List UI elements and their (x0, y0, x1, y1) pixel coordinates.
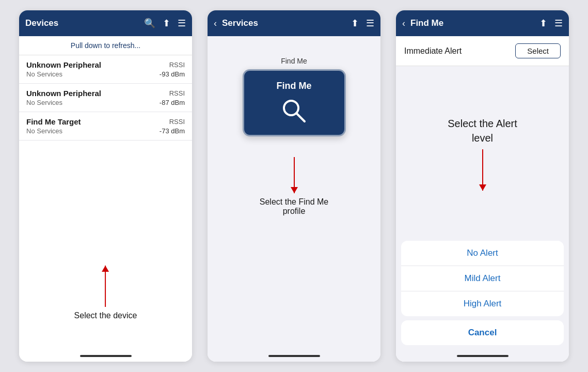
find-me-card-title: Find Me (277, 81, 312, 91)
menu-icon-2[interactable]: ☰ (366, 18, 374, 29)
panel-find-me-alert: ‹ Find Me ⬆ ☰ Immediate Alert Select Sel… (396, 10, 569, 362)
alert-level-area: Select the Alert level (396, 66, 569, 241)
home-indicator-2 (208, 350, 380, 362)
arrow-up-icon (105, 266, 106, 307)
device-item-2[interactable]: Unknown Peripheral RSSI No Services -87 … (19, 84, 192, 112)
devices-nav: Devices 🔍 ⬆ ☰ (19, 10, 192, 36)
device-rssi-value-3: -73 dBm (160, 127, 185, 135)
device-rssi-label-3: RSSI (169, 118, 185, 126)
services-title: Services (222, 18, 344, 28)
find-me-card-container: Find Me Find Me (243, 57, 346, 136)
device-rssi-value-1: -93 dBm (160, 70, 185, 78)
device-services-2: No Services (26, 99, 62, 106)
svg-line-1 (296, 113, 305, 121)
panel2-body: Find Me Find Me Select the Find Me profi… (208, 36, 380, 350)
search-icon[interactable]: 🔍 (144, 18, 155, 29)
find-me-card[interactable]: Find Me (243, 69, 346, 136)
services-nav: ‹ Services ⬆ ☰ (208, 10, 380, 36)
device-rssi-label-2: RSSI (169, 89, 185, 97)
select-button[interactable]: Select (515, 43, 561, 58)
device-item-1[interactable]: Unknown Peripheral RSSI No Services -93 … (19, 55, 192, 84)
alert-level-instruction: Select the Alert level (448, 116, 517, 145)
select-findme-text: Select the Find Me profile (260, 197, 328, 216)
arrow-down-icon-2 (294, 157, 295, 193)
cancel-btn-container: Cancel (401, 320, 564, 345)
device-item-3[interactable]: Find Me Target RSSI No Services -73 dBm (19, 112, 192, 141)
menu-icon-3[interactable]: ☰ (554, 18, 563, 29)
device-name-2: Unknown Peripheral (26, 89, 101, 98)
select-device-text: Select the device (74, 311, 137, 320)
alert-option-mild-alert[interactable]: Mild Alert (401, 266, 564, 291)
home-bar-3 (457, 355, 508, 357)
back-icon-3[interactable]: ‹ (402, 18, 405, 29)
device-name-3: Find Me Target (26, 117, 81, 126)
home-bar-1 (80, 355, 132, 357)
back-icon[interactable]: ‹ (214, 18, 217, 29)
annotation-select-device: Select the device (74, 266, 137, 320)
find-me-nav: ‹ Find Me ⬆ ☰ (396, 10, 569, 36)
find-me-top-label: Find Me (281, 57, 307, 65)
pull-refresh-text: Pull down to refresh... (19, 36, 192, 55)
cancel-button[interactable]: Cancel (401, 320, 564, 345)
device-services-3: No Services (26, 127, 62, 135)
devices-title: Devices (25, 18, 137, 28)
home-bar-2 (268, 355, 320, 357)
alert-arrow-down-icon (482, 149, 483, 191)
annotation-find-me: Select the Find Me profile (260, 157, 328, 216)
device-rssi-label-1: RSSI (169, 61, 185, 69)
home-indicator-1 (19, 350, 192, 362)
panel-devices: Devices 🔍 ⬆ ☰ Pull down to refresh... Un… (19, 10, 192, 362)
share-icon[interactable]: ⬆ (163, 18, 170, 29)
find-me-nav-title: Find Me (410, 18, 532, 28)
alert-option-high-alert[interactable]: High Alert (401, 291, 564, 316)
device-name-1: Unknown Peripheral (26, 60, 101, 69)
home-indicator-3 (396, 350, 569, 362)
immediate-alert-label: Immediate Alert (404, 47, 462, 56)
share-icon-3[interactable]: ⬆ (539, 18, 547, 29)
alert-option-no-alert[interactable]: No Alert (401, 241, 564, 266)
panel-services: ‹ Services ⬆ ☰ Find Me Find Me Select th… (208, 10, 380, 362)
panel3-body: Select the Alert level No Alert Mild Ale… (396, 66, 569, 350)
immediate-alert-row: Immediate Alert Select (396, 36, 569, 66)
alert-options-list: No Alert Mild Alert High Alert (401, 241, 564, 316)
magnifier-icon (280, 97, 308, 125)
menu-icon[interactable]: ☰ (178, 18, 186, 29)
share-icon-2[interactable]: ⬆ (351, 18, 359, 29)
device-rssi-value-2: -87 dBm (160, 99, 185, 106)
device-services-1: No Services (26, 70, 62, 78)
